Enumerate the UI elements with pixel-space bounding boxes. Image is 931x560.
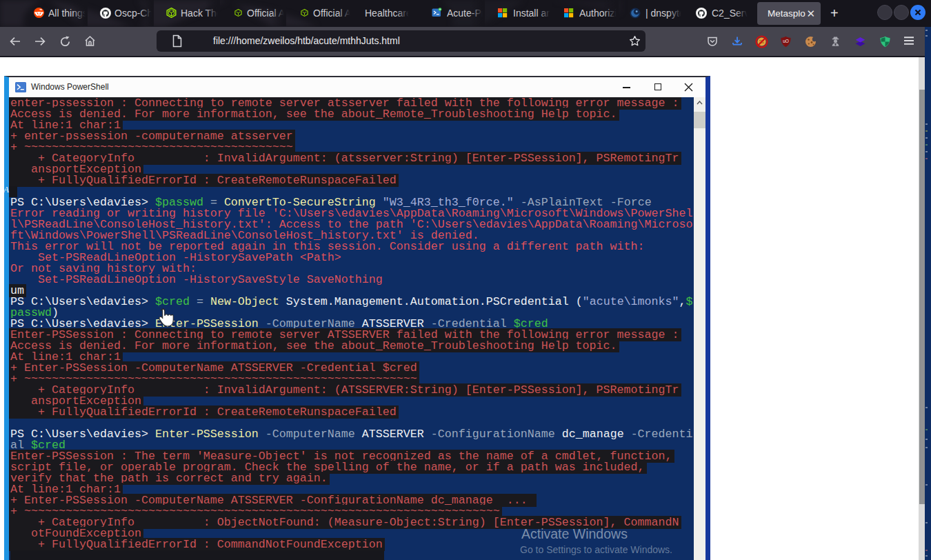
svg-text:uO: uO bbox=[783, 39, 789, 43]
